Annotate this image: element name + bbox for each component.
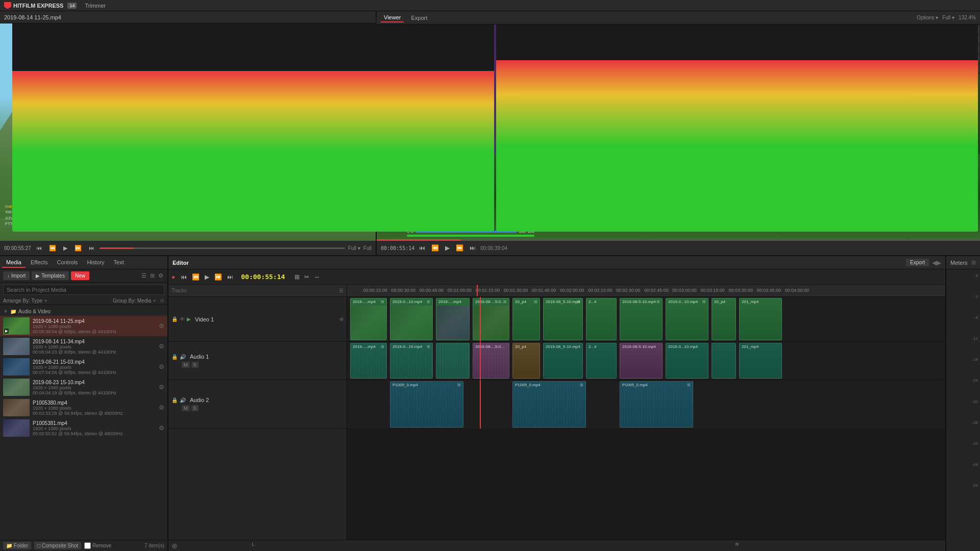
trimmer-progress-bar[interactable] [100, 247, 345, 249]
media-name-4: 2019-08-23 15-10.mp4 [33, 380, 156, 385]
video-clip-10[interactable]: 20_p4 [712, 298, 736, 340]
media-gear-4[interactable]: ⚙ [159, 384, 164, 391]
viewer-options[interactable]: Options ▾ [917, 15, 938, 20]
audio1-mute-btn[interactable]: M [182, 362, 190, 368]
audio2-clip-2[interactable]: P1005_0.mp4 ⊞ [512, 381, 586, 428]
timeline-playhead[interactable] [477, 285, 478, 296]
audio1-clip-10[interactable] [712, 343, 736, 379]
audio1-clip-8[interactable]: 2019-08-5-10.mp4 [620, 343, 663, 379]
ruler-label-13: 00:03:15:00 [700, 288, 725, 293]
media-item[interactable]: 2019-08-14 11-34.mp4 980 × 551 pixels … [0, 336, 167, 357]
viewer-rew-btn[interactable]: ⏪ [430, 243, 440, 253]
audio2-clip-1[interactable]: P1005_0.mp4 ⊞ [390, 381, 463, 428]
tracks-menu-btn[interactable]: ☰ [339, 288, 344, 293]
media-item[interactable]: P1005381.mp4 980 × 551 pixels 00:00:50… [0, 418, 167, 438]
media-gear-5[interactable]: ⚙ [159, 404, 164, 411]
audio1-lock-icon[interactable]: 🔒 [172, 354, 178, 360]
trim-next-btn[interactable]: ⏭ [87, 244, 96, 252]
tab-viewer[interactable]: Viewer [381, 13, 404, 22]
audio1-clip-5[interactable]: 20_p4 [512, 343, 540, 379]
cut-btn[interactable]: ✂ [303, 272, 311, 282]
view-grid-btn[interactable]: ⊞ [149, 271, 156, 280]
ruler-label-3: 00:00:45:00 [419, 288, 444, 293]
media-item[interactable]: P1005380.mp4 980 × 551 pixels 00:03:33… [0, 397, 167, 418]
media-gear-3[interactable]: ⚙ [159, 363, 164, 370]
video-track-eye[interactable]: 👁 [180, 316, 185, 322]
audio1-vis-icon[interactable]: 🔊 [180, 354, 186, 360]
audio1-solo-btn[interactable]: S [191, 362, 199, 368]
media-item[interactable]: ▶ 2019-08-14 11-25.mp4 980 × 551 pixel… [0, 316, 167, 336]
templates-button[interactable]: ▶ Templates [32, 271, 69, 280]
video-clip-9[interactable]: 2019-0...10.mp4 ⊞ [666, 298, 708, 340]
editor-collapse-btn[interactable]: ◀▶ [932, 259, 941, 266]
snap-btn[interactable]: ⊞ [293, 272, 301, 282]
viewer-prev-btn[interactable]: ⏮ [418, 243, 427, 253]
media-gear-2[interactable]: ⚙ [159, 343, 164, 350]
audio1-clip-2[interactable]: 2019-0...10.mp4 ⊞ [390, 343, 433, 379]
import-button[interactable]: ↓ Import [3, 271, 30, 280]
media-gear-1[interactable]: ⚙ [159, 322, 164, 330]
video-clip-11[interactable]: 201_mp4 [739, 298, 782, 340]
audio1-track-lane[interactable]: 2019-....mp4 ⊞ 2019-0...10.mp4 ⊞ [347, 342, 945, 380]
audio1-clip-3[interactable] [436, 343, 470, 379]
tab-effects[interactable]: Effects [27, 258, 52, 268]
editor-prev-btn[interactable]: ⏮ [179, 272, 188, 282]
video-clip-6[interactable]: 2019-08_5-10.mp4 ⊞ [543, 298, 583, 340]
audio2-clip-3[interactable]: P1005_0.mp4 ⊞ [620, 381, 693, 428]
media-item[interactable]: 2019-08-23 15-10.mp4 980 × 551 pixels … [0, 377, 167, 397]
media-info-5: P1005380.mp4 980 × 551 pixels 00:03:33… [33, 400, 156, 416]
video-track-header: 🔒 👁 ▶ Video 1 ⊕ [168, 297, 347, 342]
trim-rew-btn[interactable]: ⏪ [47, 244, 58, 253]
viewer-fwd-btn[interactable]: ⏩ [454, 243, 465, 253]
trim-fwd-btn[interactable]: ⏩ [72, 244, 84, 253]
audio2-vis-icon[interactable]: 🔊 [180, 397, 186, 403]
editor-play-btn[interactable]: ▶ [203, 272, 211, 282]
video-clip-7[interactable]: 2...4 [586, 298, 617, 340]
tab-media[interactable]: Media [2, 258, 26, 268]
audio2-lock-icon[interactable]: 🔒 [172, 397, 178, 403]
trim-prev-btn[interactable]: ⏮ [34, 244, 44, 252]
search-input[interactable] [3, 285, 164, 295]
video-clip-2[interactable]: 2019-0...10.mp4 ⊞ [390, 298, 433, 340]
audio1-clip-1[interactable]: 2019-....mp4 ⊞ [350, 343, 387, 379]
ripple-btn[interactable]: ↔ [312, 272, 322, 282]
meters-collapse-btn[interactable]: ⊞ [971, 259, 976, 266]
new-button[interactable]: New [71, 271, 89, 280]
editor-export-btn[interactable]: Export [906, 259, 929, 266]
viewer-play-btn[interactable]: ▶ [444, 243, 451, 253]
audio1-clip-4[interactable]: 2019-08-...5-03.mp4 [473, 343, 509, 379]
video-clip-8[interactable]: 2019-08-5-10.mp4 ⊞ [620, 298, 663, 340]
tab-history[interactable]: History [83, 258, 108, 268]
view-settings-btn[interactable]: ⚙ [157, 271, 164, 280]
tab-text[interactable]: Text [110, 258, 128, 268]
tab-controls[interactable]: Controls [53, 258, 82, 268]
media-item[interactable]: 2019-08-21 15-03.mp4 980 × 551 pixels … [0, 357, 167, 377]
editor-timecode: 00:00:55:14 [241, 273, 285, 281]
panel-toolbar: ↓ Import ▶ Templates New ☰ ⊞ ⚙ [0, 269, 167, 283]
timeline-tracks[interactable]: 00:00:15:00 00:00:30:00 00:00:45:00 00:0… [347, 285, 945, 540]
editor-next-btn[interactable]: ⏭ [226, 272, 235, 282]
video-clip-1[interactable]: 2019-....mp4 ⊞ [350, 298, 387, 340]
audio1-clip-7[interactable]: 2...4 [586, 343, 617, 379]
viewer-next-btn[interactable]: ⏭ [468, 243, 477, 253]
media-detail-4b: 00:04:04:19 @ 60fps, stereo @ 44100Hz [33, 390, 156, 395]
video-clip-5[interactable]: 20_p4 ⊞ [512, 298, 540, 340]
editor-fwd-btn[interactable]: ⏩ [213, 272, 224, 282]
video-clip-3[interactable]: 2019-....mp4 [436, 298, 470, 340]
audio1-clip-6[interactable]: 2019-08_5-10.mp4 [543, 343, 583, 379]
tab-export[interactable]: Export [408, 14, 430, 22]
video-track-lock[interactable]: 🔒 [172, 316, 178, 322]
folder-audio-video[interactable]: ▼ 📁 Audio & Video [0, 307, 167, 316]
audio1-clip-11[interactable]: 201_mp4 [739, 343, 782, 379]
audio2-track-lane[interactable]: P1005_0.mp4 ⊞ P1005_0.mp4 ⊞ P1005_0.mp4 … [347, 380, 945, 429]
view-list-btn[interactable]: ☰ [140, 271, 148, 280]
editor-rew-btn[interactable]: ⏪ [190, 272, 201, 282]
trim-play-btn[interactable]: ▶ [61, 244, 69, 253]
media-gear-6[interactable]: ⚙ [159, 424, 164, 432]
video-track-opt-btn[interactable]: ⊕ [339, 316, 344, 322]
video-track-lane[interactable]: 2019-....mp4 ⊞ 2019-0...10.mp4 ⊞ 2019-..… [347, 297, 945, 342]
audio1-clip-9[interactable]: 2019-0...10.mp4 [666, 343, 708, 379]
audio2-mute-btn[interactable]: M [182, 405, 190, 411]
video-clip-4[interactable]: 2019-08-...5-03.mp4 ⊞ [473, 298, 509, 340]
audio2-solo-btn[interactable]: S [191, 405, 199, 411]
